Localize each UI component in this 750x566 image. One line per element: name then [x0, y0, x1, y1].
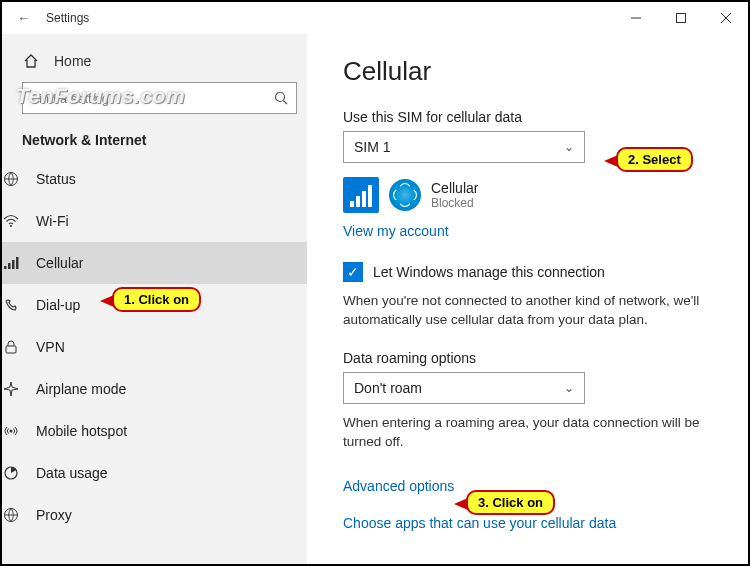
sidebar-item-wifi[interactable]: Wi-Fi	[0, 200, 307, 242]
sim-dropdown-value: SIM 1	[354, 139, 391, 155]
datausage-icon	[2, 465, 20, 481]
svg-rect-9	[8, 263, 11, 269]
sidebar-category: Network & Internet	[22, 132, 297, 148]
sidebar-home[interactable]: Home	[22, 42, 297, 80]
sidebar-item-label: VPN	[36, 339, 65, 355]
sidebar-item-label: Data usage	[36, 465, 108, 481]
wifi-icon	[2, 213, 20, 229]
back-button[interactable]: ←	[10, 10, 38, 26]
carrier-logo	[389, 179, 421, 211]
manage-connection-checkbox[interactable]: ✓ Let Windows manage this connection	[343, 262, 720, 282]
roaming-label: Data roaming options	[343, 350, 720, 366]
hotspot-icon	[2, 423, 20, 439]
manage-connection-desc: When you're not connected to another kin…	[343, 292, 720, 330]
sidebar-item-label: Wi-Fi	[36, 213, 69, 229]
svg-rect-1	[676, 14, 685, 23]
callout-3: 3. Click on	[466, 490, 555, 515]
svg-rect-8	[4, 266, 7, 269]
sidebar-item-status[interactable]: Status	[0, 158, 307, 200]
search-icon	[274, 91, 288, 105]
vpn-icon	[2, 339, 20, 355]
content-pane: Cellular Use this SIM for cellular data …	[307, 34, 748, 564]
search-input[interactable]	[22, 82, 297, 114]
sidebar-item-label: Proxy	[36, 507, 72, 523]
sidebar-item-label: Mobile hotspot	[36, 423, 127, 439]
titlebar: ← Settings	[2, 2, 748, 34]
minimize-button[interactable]	[613, 2, 658, 34]
svg-rect-10	[12, 260, 15, 269]
close-button[interactable]	[703, 2, 748, 34]
signal-icon	[343, 177, 379, 213]
proxy-icon	[2, 507, 20, 523]
sidebar-item-label: Airplane mode	[36, 381, 126, 397]
choose-apps-link[interactable]: Choose apps that can use your cellular d…	[343, 515, 616, 531]
home-icon	[22, 53, 40, 69]
sidebar-item-label: Dial-up	[36, 297, 80, 313]
checkbox-checked-icon: ✓	[343, 262, 363, 282]
network-status-row: Cellular Blocked	[343, 177, 720, 213]
chevron-down-icon: ⌄	[564, 381, 574, 395]
manage-connection-label: Let Windows manage this connection	[373, 264, 605, 280]
sidebar-item-hotspot[interactable]: Mobile hotspot	[0, 410, 307, 452]
sidebar-item-proxy[interactable]: Proxy	[0, 494, 307, 536]
advanced-options-link[interactable]: Advanced options	[343, 478, 454, 494]
svg-point-4	[276, 93, 285, 102]
maximize-button[interactable]	[658, 2, 703, 34]
view-account-link[interactable]: View my account	[343, 223, 449, 239]
sidebar-item-vpn[interactable]: VPN	[0, 326, 307, 368]
roaming-dropdown-value: Don't roam	[354, 380, 422, 396]
chevron-down-icon: ⌄	[564, 140, 574, 154]
callout-2: 2. Select	[616, 147, 693, 172]
svg-rect-12	[6, 346, 16, 353]
sidebar-item-cellular[interactable]: Cellular	[0, 242, 307, 284]
sidebar-home-label: Home	[54, 53, 91, 69]
sidebar-item-label: Cellular	[36, 255, 83, 271]
svg-point-13	[10, 430, 13, 433]
roaming-desc: When entering a roaming area, your data …	[343, 414, 720, 452]
network-status: Blocked	[431, 196, 478, 210]
airplane-icon	[2, 381, 20, 397]
dialup-icon	[2, 297, 20, 313]
roaming-dropdown[interactable]: Don't roam ⌄	[343, 372, 585, 404]
page-heading: Cellular	[343, 56, 720, 87]
sidebar-item-datausage[interactable]: Data usage	[0, 452, 307, 494]
svg-rect-11	[16, 257, 19, 269]
svg-point-7	[10, 225, 12, 227]
callout-1: 1. Click on	[112, 287, 201, 312]
sidebar-item-label: Status	[36, 171, 76, 187]
svg-line-5	[284, 101, 288, 105]
cellular-icon	[2, 255, 20, 271]
sim-label: Use this SIM for cellular data	[343, 109, 720, 125]
search-field[interactable]	[31, 91, 274, 106]
status-icon	[2, 171, 20, 187]
sim-dropdown[interactable]: SIM 1 ⌄	[343, 131, 585, 163]
network-name: Cellular	[431, 180, 478, 196]
window-title: Settings	[46, 11, 89, 25]
sidebar-item-airplane[interactable]: Airplane mode	[0, 368, 307, 410]
